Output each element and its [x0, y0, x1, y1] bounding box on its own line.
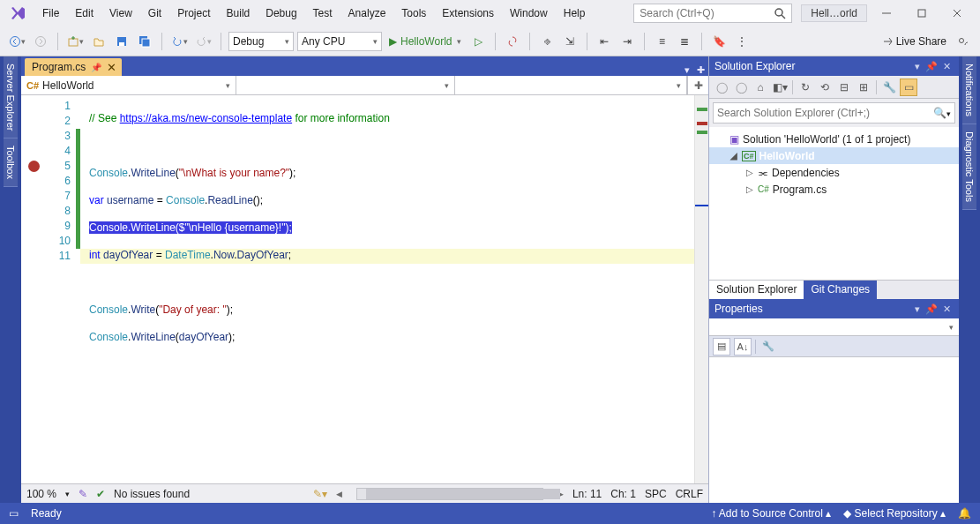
notifications-icon[interactable]: 🔔	[958, 507, 971, 520]
open-file-button[interactable]	[89, 32, 108, 51]
preview-icon[interactable]: ▭	[900, 79, 917, 96]
lightbulb-icon[interactable]: ✎▾	[313, 488, 327, 500]
menu-file[interactable]: File	[35, 4, 66, 23]
line-indicator[interactable]: Ln: 11	[572, 488, 602, 500]
fwd-icon[interactable]: ◯	[732, 79, 750, 96]
promote-tab-icon[interactable]: ✚	[693, 64, 708, 76]
switch-view-icon[interactable]: ◧▾	[771, 79, 789, 96]
menu-analyze[interactable]: Analyze	[341, 4, 393, 23]
panel-pin-icon[interactable]: 📌	[923, 61, 940, 72]
redo-button[interactable]: ▾	[193, 32, 213, 51]
step-buttons-icon[interactable]: ⎆	[537, 32, 557, 51]
panel-pin-icon[interactable]: 📌	[923, 303, 940, 315]
show-all-icon[interactable]: ⊞	[855, 79, 872, 96]
menu-window[interactable]: Window	[503, 4, 555, 23]
window-close-button[interactable]	[941, 3, 973, 24]
step-into-icon[interactable]: ⇲	[560, 32, 580, 51]
property-pages-icon[interactable]: 🔧	[759, 338, 777, 356]
live-share-button[interactable]: Live Share	[877, 35, 950, 48]
properties-grid[interactable]	[709, 357, 959, 503]
bookmark-nav-icon[interactable]: ⋮	[732, 32, 752, 51]
solution-tree[interactable]: ▣Solution 'HelloWorld' (1 of 1 project) …	[709, 127, 959, 280]
panel-options-icon[interactable]: ▾	[912, 61, 923, 72]
toolbox-tab[interactable]: Toolbox	[4, 138, 18, 187]
search-input[interactable]	[640, 7, 763, 19]
hot-reload-button[interactable]	[503, 32, 522, 51]
dependencies-node[interactable]: ▷⫘Dependencies	[709, 164, 959, 181]
panel-options-icon[interactable]: ▾	[912, 303, 923, 315]
notifications-tab[interactable]: Notifications	[962, 56, 976, 124]
save-button[interactable]	[112, 32, 131, 51]
type-nav-combo[interactable]: ▾	[236, 76, 455, 94]
panel-close-icon[interactable]: ✕	[940, 61, 954, 72]
save-all-button[interactable]	[135, 32, 154, 51]
server-explorer-tab[interactable]: Server Explorer	[4, 56, 18, 138]
platform-combo[interactable]: Any CPU▾	[297, 32, 382, 51]
diagnostic-tools-tab[interactable]: Diagnostic Tools	[962, 124, 976, 210]
glyph-margin[interactable]	[21, 95, 48, 483]
member-nav-combo[interactable]: ▾	[455, 76, 687, 94]
tab-solution-explorer[interactable]: Solution Explorer	[709, 281, 804, 299]
menu-help[interactable]: Help	[557, 4, 593, 23]
bookmark-icon[interactable]: 🔖	[709, 32, 729, 51]
menu-edit[interactable]: Edit	[68, 4, 101, 23]
properties-icon[interactable]: 🔧	[880, 79, 898, 96]
outdent-icon[interactable]: ⇤	[595, 32, 614, 51]
config-combo[interactable]: Debug▾	[228, 32, 294, 51]
pin-icon[interactable]: 📌	[91, 63, 101, 72]
output-pane-icon[interactable]: ▭	[9, 507, 19, 520]
select-repo-button[interactable]: ◆ Select Repository ▴	[843, 507, 946, 520]
quick-launch-search[interactable]	[633, 4, 792, 23]
document-tab-program[interactable]: Program.cs 📌 ✕	[25, 58, 122, 76]
undo-button[interactable]: ▾	[169, 32, 190, 51]
back-nav-button[interactable]: ▾	[7, 32, 27, 51]
tab-git-changes[interactable]: Git Changes	[804, 281, 877, 299]
close-icon[interactable]: ✕	[107, 61, 116, 74]
code-editor[interactable]: 1234567891011 // See https://aka.ms/new-…	[21, 95, 708, 483]
solution-search-input[interactable]	[717, 107, 911, 119]
solution-node[interactable]: ▣Solution 'HelloWorld' (1 of 1 project)	[709, 131, 959, 147]
start-without-debug-button[interactable]: ▷	[468, 32, 488, 51]
menu-project[interactable]: Project	[170, 4, 217, 23]
indent-icon[interactable]: ⇥	[617, 32, 637, 51]
code-text[interactable]: // See https://aka.ms/new-console-templa…	[80, 95, 694, 483]
properties-object-combo[interactable]: ▾	[709, 318, 959, 336]
feedback-icon[interactable]	[954, 32, 973, 51]
insert-mode[interactable]: SPC	[645, 488, 667, 500]
line-endings[interactable]: CRLF	[676, 488, 703, 500]
menu-test[interactable]: Test	[306, 4, 340, 23]
back-icon[interactable]: ◯	[713, 79, 730, 96]
source-control-button[interactable]: ↑ Add to Source Control ▴	[711, 507, 831, 520]
refresh-icon[interactable]: ⟲	[816, 79, 834, 96]
menu-tools[interactable]: Tools	[394, 4, 433, 23]
forward-nav-button[interactable]	[31, 32, 50, 51]
split-editor-button[interactable]: ✚	[687, 76, 708, 94]
collapse-icon[interactable]: ⊟	[835, 79, 853, 96]
window-restore-button[interactable]	[906, 3, 938, 24]
menu-build[interactable]: Build	[220, 4, 258, 23]
file-node[interactable]: ▷C#Program.cs	[709, 181, 959, 198]
vertical-scrollbar[interactable]	[694, 95, 708, 483]
menu-debug[interactable]: Debug	[258, 4, 303, 23]
panel-close-icon[interactable]: ✕	[940, 303, 954, 315]
uncomment-icon[interactable]: ≣	[675, 32, 694, 51]
zoom-level[interactable]: 100 %	[26, 488, 56, 500]
project-node[interactable]: ◢C#HelloWorld	[709, 147, 959, 164]
sync-icon[interactable]: ↻	[797, 79, 814, 96]
issues-label[interactable]: No issues found	[114, 488, 190, 500]
alphabetical-icon[interactable]: A↓	[734, 338, 752, 356]
active-files-dropdown[interactable]: ▾	[681, 64, 693, 76]
solution-explorer-search[interactable]: 🔍▾	[713, 102, 955, 124]
new-project-button[interactable]: ▾	[65, 32, 86, 51]
horizontal-scrollbar[interactable]	[356, 488, 543, 500]
col-indicator[interactable]: Ch: 1	[610, 488, 636, 500]
menu-extensions[interactable]: Extensions	[435, 4, 501, 23]
comment-icon[interactable]: ≡	[652, 32, 671, 51]
menu-git[interactable]: Git	[141, 4, 168, 23]
eyedrop-icon[interactable]: ✎	[79, 488, 87, 500]
window-minimize-button[interactable]	[871, 3, 902, 24]
start-debug-button[interactable]: ▶HelloWorld▾	[385, 32, 465, 51]
categorized-icon[interactable]: ▤	[713, 338, 730, 356]
breakpoint-glyph[interactable]	[28, 161, 40, 172]
home-icon[interactable]: ⌂	[752, 79, 769, 96]
